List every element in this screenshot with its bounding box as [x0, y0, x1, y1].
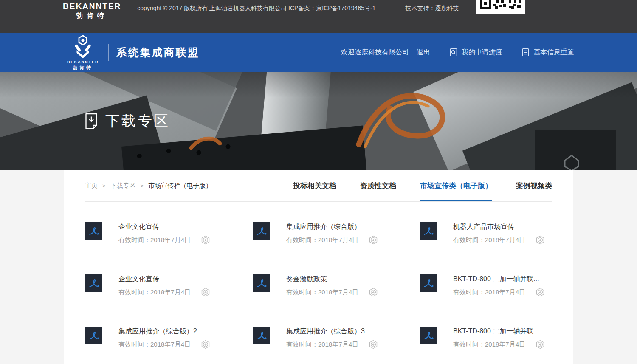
topbar: BEKANNTER 勃肯特 copyright © 2017 版权所有 上海勃岩…	[0, 0, 637, 33]
download-button[interactable]	[369, 340, 378, 349]
breadcrumb-link[interactable]: 下载专区	[110, 182, 136, 190]
file-title[interactable]: BKT-TD-800 二加一轴并联...	[453, 327, 545, 336]
navbar-logo-latin: BEKANNTER	[67, 60, 99, 64]
download-item[interactable]: 企业文化宣传 有效时间：2018年7月4日	[85, 222, 253, 245]
site-title: 系统集成商联盟	[116, 45, 200, 59]
welcome-text: 欢迎逐鹿科技有限公司	[341, 48, 409, 57]
category-tab[interactable]: 案例视频类	[516, 170, 552, 201]
copyright-text: copyright © 2017 版权所有 上海勃岩机器人科技有限公司 ICP备…	[137, 2, 375, 12]
hero-banner: 下载专区	[0, 72, 637, 170]
category-tab[interactable]: 市场宣传类（电子版）	[420, 170, 492, 201]
application-progress-link[interactable]: 我的申请进度	[449, 48, 502, 57]
download-item-text: BKT-TD-800 二加一轴并联... 有效时间：2018年7月4日	[453, 274, 545, 297]
category-tab[interactable]: 投标相关文档	[293, 170, 336, 201]
download-button[interactable]	[201, 235, 210, 245]
pdf-icon[interactable]	[85, 327, 102, 344]
document-lines-icon	[521, 48, 530, 57]
file-title[interactable]: 机器人产品市场宣传	[453, 223, 545, 231]
logout-link[interactable]: 退出	[417, 48, 430, 57]
file-valid-date: 有效时间：2018年7月4日	[286, 288, 358, 296]
application-progress-icon	[449, 48, 458, 57]
download-item[interactable]: 集成应用推介（综合版）3 有效时间：2018年7月4日	[253, 327, 420, 349]
pdf-icon[interactable]	[85, 222, 102, 240]
tech-support-text: 技术支持：逐鹿科技	[405, 2, 459, 12]
pdf-icon[interactable]	[85, 274, 102, 292]
download-button[interactable]	[536, 340, 545, 349]
download-item[interactable]: 集成应用推介（综合版） 有效时间：2018年7月4日	[253, 222, 420, 245]
navbar-logo[interactable]: BEKANNTER 勃肯特	[67, 34, 99, 71]
file-meta: 有效时间：2018年7月4日	[286, 340, 378, 349]
file-title[interactable]: 集成应用推介（综合版）2	[118, 327, 210, 336]
file-title[interactable]: 集成应用推介（综合版）3	[286, 327, 378, 336]
download-item[interactable]: 奖金激励政策 有效时间：2018年7月4日	[253, 274, 420, 297]
pdf-icon[interactable]	[420, 274, 437, 292]
file-meta: 有效时间：2018年7月4日	[453, 235, 545, 245]
file-valid-date: 有效时间：2018年7月4日	[453, 236, 525, 244]
category-tab-label: 市场宣传类（电子版）	[420, 181, 492, 191]
download-button[interactable]	[201, 340, 210, 349]
application-progress-label: 我的申请进度	[462, 48, 502, 57]
download-item[interactable]: BKT-TD-800 二加一轴并联... 有效时间：2018年7月4日	[420, 327, 552, 349]
download-item[interactable]: 集成应用推介（综合版）2 有效时间：2018年7月4日	[85, 327, 253, 349]
download-item[interactable]: 企业文化宣传 有效时间：2018年7月4日	[85, 274, 253, 297]
file-meta: 有效时间：2018年7月4日	[118, 288, 210, 297]
download-button[interactable]	[536, 288, 545, 297]
category-tab[interactable]: 资质性文档	[360, 170, 396, 201]
pdf-icon[interactable]	[420, 222, 437, 240]
breadcrumb-link[interactable]: 主页	[85, 182, 98, 190]
hero-photo-shade	[0, 72, 637, 98]
pdf-icon[interactable]	[253, 274, 270, 292]
file-title[interactable]: 企业文化宣传	[118, 275, 210, 284]
file-meta: 有效时间：2018年7月4日	[453, 340, 545, 349]
download-document-icon	[85, 113, 98, 130]
breadcrumb: > 主页 > 下载专区 > 市场宣传栏（电子版）	[85, 182, 212, 190]
file-title[interactable]: 企业文化宣传	[118, 223, 210, 231]
file-title[interactable]: BKT-TD-800 二加一轴并联...	[453, 275, 545, 284]
pdf-icon[interactable]	[253, 222, 270, 240]
pdf-icon[interactable]	[420, 327, 437, 344]
basic-info-reset-link[interactable]: 基本信息重置	[521, 48, 574, 57]
download-item-text: 机器人产品市场宣传 有效时间：2018年7月4日	[453, 222, 545, 245]
download-button[interactable]	[369, 288, 378, 297]
file-title[interactable]: 奖金激励政策	[286, 275, 378, 284]
downloads-grid: 企业文化宣传 有效时间：2018年7月4日	[85, 202, 552, 364]
file-valid-date: 有效时间：2018年7月4日	[453, 341, 525, 349]
navbar-logo-cn: 勃肯特	[73, 65, 93, 71]
breadcrumb-tab-row: > 主页 > 下载专区 > 市场宣传栏（电子版） 投标相关文档	[85, 170, 552, 202]
breadcrumb-separator: >	[102, 183, 106, 189]
file-valid-date: 有效时间：2018年7月4日	[118, 288, 191, 296]
breadcrumb-link[interactable]: 市场宣传栏（电子版）	[148, 182, 212, 190]
category-tab-label: 资质性文档	[360, 181, 396, 191]
download-item-text: 集成应用推介（综合版）3 有效时间：2018年7月4日	[286, 327, 378, 349]
file-title[interactable]: 集成应用推介（综合版）	[286, 223, 378, 231]
download-item[interactable]: BKT-TD-800 二加一轴并联... 有效时间：2018年7月4日	[420, 274, 552, 297]
topbar-logo: BEKANNTER 勃肯特	[63, 2, 121, 19]
download-button[interactable]	[536, 235, 545, 245]
breadcrumb-item: > 下载专区	[98, 182, 136, 190]
file-valid-date: 有效时间：2018年7月4日	[118, 341, 191, 349]
qr-code-icon	[476, 0, 525, 14]
breadcrumb-item: > 主页	[85, 182, 98, 190]
file-meta: 有效时间：2018年7月4日	[118, 235, 210, 245]
file-valid-date: 有效时间：2018年7月4日	[453, 288, 525, 296]
download-item-text: 企业文化宣传 有效时间：2018年7月4日	[118, 222, 210, 245]
pdf-icon[interactable]	[253, 327, 270, 344]
page-title: 下载专区	[105, 111, 170, 131]
topbar-logo-cn: 勃肯特	[63, 12, 121, 20]
category-tab-label: 投标相关文档	[293, 181, 336, 191]
download-button[interactable]	[201, 288, 210, 297]
file-valid-date: 有效时间：2018年7月4日	[286, 236, 358, 244]
content-panel: > 主页 > 下载专区 > 市场宣传栏（电子版） 投标相关文档	[64, 170, 573, 364]
download-item-text: 集成应用推介（综合版） 有效时间：2018年7月4日	[286, 222, 378, 245]
topbar-logo-latin: BEKANNTER	[63, 2, 121, 11]
download-button[interactable]	[369, 235, 378, 245]
download-item-text: BKT-TD-800 二加一轴并联... 有效时间：2018年7月4日	[453, 327, 545, 349]
download-item-text: 企业文化宣传 有效时间：2018年7月4日	[118, 274, 210, 297]
download-item-text: 奖金激励政策 有效时间：2018年7月4日	[286, 274, 378, 297]
file-meta: 有效时间：2018年7月4日	[286, 288, 378, 297]
breadcrumb-separator: >	[141, 183, 144, 189]
delta-robot-logo-icon	[71, 34, 94, 59]
download-item[interactable]: 机器人产品市场宣传 有效时间：2018年7月4日	[420, 222, 552, 245]
navbar-separator	[512, 48, 512, 57]
active-tab-underline	[420, 200, 492, 201]
